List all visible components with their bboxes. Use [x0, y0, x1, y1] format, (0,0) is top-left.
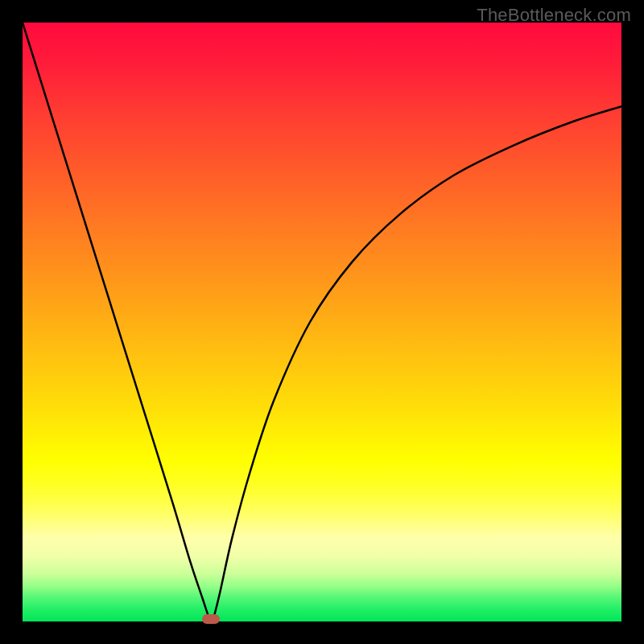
minimum-marker — [202, 614, 220, 624]
watermark-text: TheBottleneck.com — [477, 5, 631, 26]
bottleneck-curve — [23, 23, 621, 621]
chart-plot-area — [23, 23, 621, 621]
